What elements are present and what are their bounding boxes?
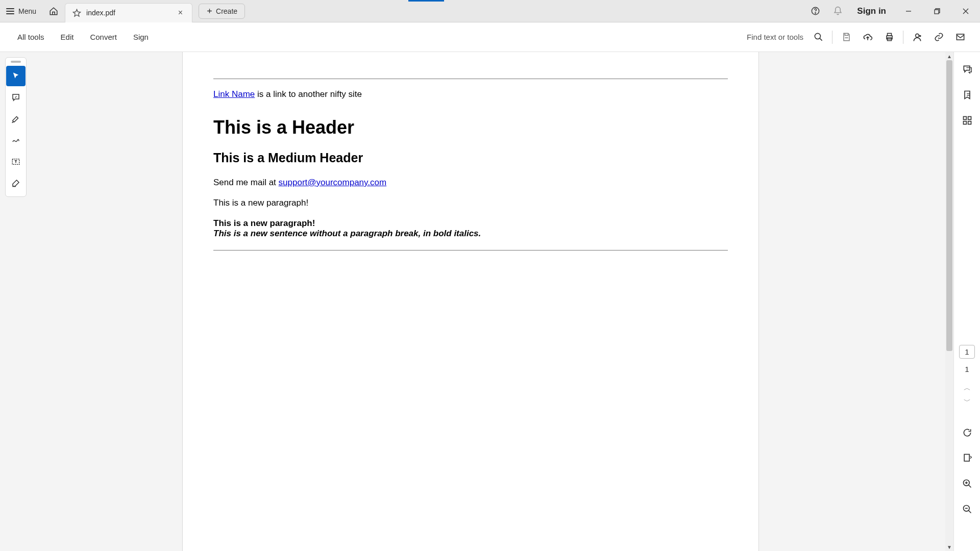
bookmarks-panel-button[interactable] [957, 85, 977, 105]
highlighter-icon [11, 114, 20, 123]
inline-text: is a link to another nifty site [255, 89, 362, 99]
email-button[interactable] [949, 27, 971, 48]
zoom-out-button[interactable] [957, 499, 977, 519]
document-link[interactable]: Link Name [213, 89, 255, 99]
plus-icon [206, 8, 213, 14]
comments-panel-button[interactable] [957, 59, 977, 80]
document-h1: This is a Header [213, 117, 728, 138]
document-tab[interactable]: index.pdf × [65, 3, 192, 22]
search-icon [814, 32, 823, 42]
hr-bottom [213, 250, 728, 251]
page-up-button[interactable]: ︿ [962, 382, 973, 395]
svg-rect-15 [964, 455, 969, 461]
svg-rect-12 [968, 117, 971, 120]
scroll-down-icon[interactable]: ▼ [945, 543, 953, 551]
document-viewport[interactable]: Link Name is a link to another nifty sit… [32, 52, 980, 551]
cursor-icon [11, 71, 20, 81]
grid-icon [962, 115, 972, 126]
divider [832, 31, 832, 44]
save-button[interactable] [836, 27, 857, 48]
zoom-in-button[interactable] [957, 473, 977, 494]
titlebar: Menu index.pdf × Create Sign in [0, 0, 980, 22]
fit-page-button[interactable] [957, 448, 977, 468]
panel-drag-handle[interactable] [11, 61, 21, 63]
star-icon [72, 9, 81, 17]
home-button[interactable] [42, 0, 65, 22]
create-label: Create [216, 7, 237, 15]
signin-button[interactable]: Sign in [849, 6, 894, 16]
svg-rect-5 [887, 33, 891, 36]
maximize-icon [934, 8, 940, 14]
thumbnails-panel-button[interactable] [957, 110, 977, 131]
help-icon [811, 6, 820, 16]
toolbar-item-alltools[interactable]: All tools [9, 29, 53, 45]
fillsign-tool[interactable] [6, 173, 26, 193]
scroll-up-icon[interactable]: ▲ [945, 52, 953, 60]
hamburger-icon [6, 8, 14, 14]
menu-label: Menu [18, 7, 36, 15]
textbox-tool[interactable] [6, 152, 26, 172]
print-icon [885, 32, 894, 42]
selection-tool[interactable] [6, 66, 26, 86]
svg-rect-2 [935, 10, 939, 14]
upload-button[interactable] [857, 27, 878, 48]
highlight-tool[interactable] [6, 109, 26, 129]
mail-icon [955, 32, 965, 42]
mail-prefix: Send me mail at [213, 178, 279, 187]
maximize-button[interactable] [923, 0, 951, 22]
menu-button[interactable]: Menu [0, 0, 42, 22]
zoom-in-icon [962, 479, 972, 489]
document-paragraph: This is a new paragraph! [213, 198, 728, 208]
pdf-page: Link Name is a link to another nifty sit… [182, 52, 759, 551]
close-icon [963, 8, 969, 14]
create-button[interactable]: Create [199, 4, 245, 19]
comment-tool[interactable] [6, 87, 26, 108]
rotate-button[interactable] [957, 422, 977, 443]
mail-link[interactable]: support@yourcompany.com [279, 178, 387, 187]
notifications-button[interactable] [826, 0, 849, 22]
toolbar-item-edit[interactable]: Edit [53, 29, 82, 45]
help-button[interactable] [804, 0, 826, 22]
svg-rect-13 [963, 121, 966, 124]
sign-icon [11, 179, 20, 188]
bold-line: This is a new paragraph! [213, 218, 315, 228]
svg-rect-11 [963, 117, 966, 120]
page-number-input[interactable]: 1 [959, 345, 974, 359]
link-button[interactable] [928, 27, 949, 48]
find-label: Find text or tools [747, 33, 803, 41]
bold-italic-line: This is a new sentence without a paragra… [213, 229, 481, 238]
svg-point-1 [815, 13, 816, 13]
collaborate-button[interactable] [906, 27, 928, 48]
page-total: 1 [965, 365, 969, 373]
right-rail: 1 1 ︿ ﹀ [953, 52, 980, 551]
toolbar-item-convert[interactable]: Convert [82, 29, 125, 45]
toolbar-item-sign[interactable]: Sign [125, 29, 157, 45]
svg-rect-9 [957, 34, 964, 40]
document-h2: This is a Medium Header [213, 151, 728, 165]
tab-title: index.pdf [86, 9, 171, 17]
page-down-button[interactable]: ﹀ [962, 395, 973, 408]
scroll-thumb[interactable] [946, 60, 952, 351]
home-icon [49, 7, 58, 16]
people-icon [912, 32, 922, 42]
print-button[interactable] [878, 27, 900, 48]
cloud-upload-icon [863, 32, 873, 42]
hr-top [213, 79, 728, 79]
search-button[interactable] [807, 27, 829, 48]
freehand-icon [11, 136, 20, 145]
tool-panel [5, 57, 27, 197]
close-window-button[interactable] [951, 0, 980, 22]
left-tool-rail [0, 52, 32, 551]
comment-icon [11, 93, 20, 102]
vertical-scrollbar[interactable]: ▲ ▼ [945, 52, 953, 551]
tab-close-button[interactable]: × [176, 8, 185, 17]
text-select-icon [11, 157, 20, 166]
rotate-icon [962, 428, 972, 438]
minimize-button[interactable] [894, 0, 923, 22]
draw-tool[interactable] [6, 130, 26, 151]
zoom-out-icon [962, 504, 972, 514]
main-area: Link Name is a link to another nifty sit… [0, 52, 980, 551]
link-icon [934, 32, 944, 42]
svg-point-7 [916, 34, 919, 37]
svg-rect-14 [968, 121, 971, 124]
